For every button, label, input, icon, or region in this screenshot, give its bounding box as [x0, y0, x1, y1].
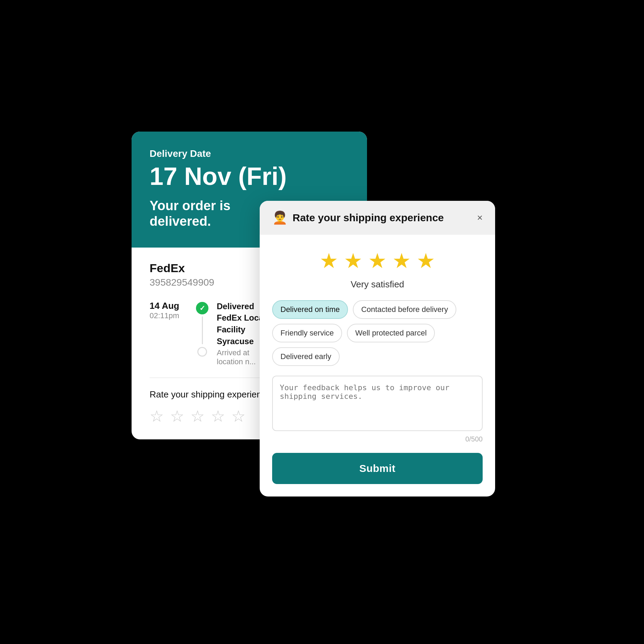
- timeline-date: 14 Aug: [150, 301, 188, 311]
- modal-emoji: 🧑‍🦱: [272, 211, 288, 225]
- empty-star-1[interactable]: ☆: [150, 407, 164, 426]
- close-button[interactable]: ×: [477, 213, 483, 223]
- satisfaction-label: Very satisfied: [272, 279, 483, 290]
- timeline-sub: Arrived atlocation n...: [217, 348, 266, 366]
- feedback-textarea[interactable]: [272, 376, 483, 431]
- filled-star-3[interactable]: ★: [368, 249, 387, 273]
- tag-group: Delivered on time Contacted before deliv…: [272, 300, 483, 366]
- filled-star-1[interactable]: ★: [320, 249, 338, 273]
- delivery-label: Delivery Date: [150, 148, 349, 159]
- timeline-info-group: DeliveredFedEx LocalFacilitySyracuse Arr…: [217, 301, 266, 366]
- empty-star-2[interactable]: ☆: [170, 407, 184, 426]
- submit-button[interactable]: Submit: [272, 453, 483, 484]
- filled-star-4[interactable]: ★: [392, 249, 411, 273]
- modal-body: ★ ★ ★ ★ ★ Very satisfied Delivered on ti…: [260, 235, 495, 497]
- rating-modal: 🧑‍🦱 Rate your shipping experience × ★ ★ …: [260, 201, 495, 497]
- modal-header: 🧑‍🦱 Rate your shipping experience ×: [260, 201, 495, 235]
- empty-star-4[interactable]: ☆: [211, 407, 225, 426]
- delivery-date: 17 Nov (Fri): [150, 163, 349, 190]
- timeline-connector: ✓: [196, 301, 208, 357]
- tag-delivered-on-time[interactable]: Delivered on time: [272, 300, 348, 319]
- timeline-line: [202, 316, 203, 344]
- filled-stars: ★ ★ ★ ★ ★: [272, 249, 483, 273]
- modal-title: Rate your shipping experience: [293, 212, 444, 224]
- tag-well-protected-parcel[interactable]: Well protected parcel: [347, 324, 435, 342]
- tag-contacted-before-delivery[interactable]: Contacted before delivery: [353, 300, 456, 319]
- tag-friendly-service[interactable]: Friendly service: [272, 324, 342, 342]
- modal-title-group: 🧑‍🦱 Rate your shipping experience: [272, 211, 444, 225]
- filled-star-2[interactable]: ★: [344, 249, 363, 273]
- timeline-dot-empty: [197, 347, 207, 357]
- empty-star-3[interactable]: ☆: [190, 407, 205, 426]
- timeline-hour: 02:11pm: [150, 311, 188, 320]
- timeline-status: DeliveredFedEx LocalFacilitySyracuse: [217, 301, 266, 347]
- empty-star-5[interactable]: ☆: [231, 407, 245, 426]
- timeline-dot-filled: ✓: [196, 302, 208, 314]
- tag-delivered-early[interactable]: Delivered early: [272, 347, 340, 366]
- timeline-time: 14 Aug 02:11pm: [150, 301, 188, 320]
- char-count: 0/500: [272, 435, 483, 443]
- filled-star-5[interactable]: ★: [417, 249, 435, 273]
